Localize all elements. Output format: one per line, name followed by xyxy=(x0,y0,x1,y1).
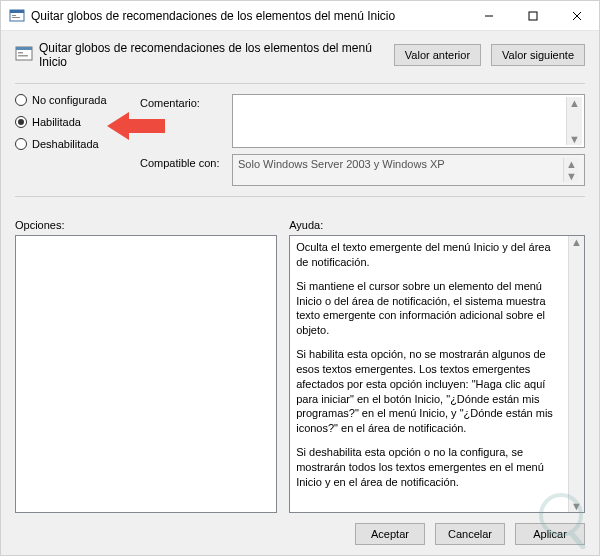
help-text: Oculta el texto emergente del menú Inici… xyxy=(290,236,568,512)
compatible-label: Compatible con: xyxy=(140,154,232,186)
svg-rect-9 xyxy=(16,47,32,50)
svg-rect-2 xyxy=(12,15,16,16)
radio-label: No configurada xyxy=(32,94,107,106)
cancel-button[interactable]: Cancelar xyxy=(435,523,505,545)
minimize-button[interactable] xyxy=(467,1,511,30)
comment-input[interactable]: ▲▼ xyxy=(232,94,585,148)
radio-enabled[interactable]: Habilitada xyxy=(15,116,130,128)
radio-label: Habilitada xyxy=(32,116,81,128)
svg-rect-1 xyxy=(10,10,24,13)
window-icon xyxy=(9,8,25,24)
next-setting-button[interactable]: Valor siguiente xyxy=(491,44,585,66)
svg-rect-10 xyxy=(18,52,23,54)
compatible-field: Solo Windows Server 2003 y Windows XP ▲▼ xyxy=(232,154,585,186)
scrollbar[interactable]: ▲▼ xyxy=(566,97,582,145)
scrollbar[interactable]: ▲▼ xyxy=(568,236,584,512)
options-label: Opciones: xyxy=(15,219,277,231)
radio-not-configured[interactable]: No configurada xyxy=(15,94,130,106)
policy-title: Quitar globos de recomendaciones de los … xyxy=(39,41,384,69)
radio-icon xyxy=(15,94,27,106)
help-label: Ayuda: xyxy=(289,219,585,231)
svg-rect-11 xyxy=(18,55,28,57)
radio-icon xyxy=(15,138,27,150)
comment-label: Comentario: xyxy=(140,94,232,148)
options-panel xyxy=(15,235,277,513)
help-panel: Oculta el texto emergente del menú Inici… xyxy=(289,235,585,513)
radio-label: Deshabilitada xyxy=(32,138,99,150)
apply-button[interactable]: Aplicar xyxy=(515,523,585,545)
titlebar: Quitar globos de recomendaciones de los … xyxy=(1,1,599,31)
ok-button[interactable]: Aceptar xyxy=(355,523,425,545)
scrollbar[interactable]: ▲▼ xyxy=(563,158,579,182)
policy-icon xyxy=(15,46,33,64)
radio-icon xyxy=(15,116,27,128)
divider xyxy=(15,196,585,197)
svg-rect-5 xyxy=(529,12,537,20)
close-button[interactable] xyxy=(555,1,599,30)
radio-disabled[interactable]: Deshabilitada xyxy=(15,138,130,150)
window-title: Quitar globos de recomendaciones de los … xyxy=(31,9,467,23)
previous-setting-button[interactable]: Valor anterior xyxy=(394,44,481,66)
svg-rect-3 xyxy=(12,17,20,18)
divider xyxy=(15,83,585,84)
maximize-button[interactable] xyxy=(511,1,555,30)
